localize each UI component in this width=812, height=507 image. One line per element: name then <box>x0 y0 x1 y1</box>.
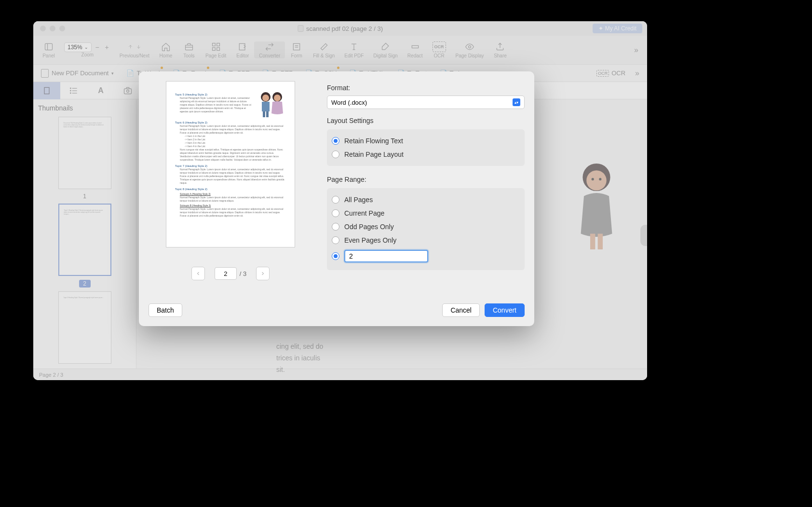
svg-rect-8 <box>294 43 300 50</box>
eye-icon <box>463 41 476 52</box>
redact-tool[interactable]: Redact <box>403 41 428 58</box>
svg-point-25 <box>599 178 601 180</box>
custom-range-input[interactable] <box>344 250 428 262</box>
batch-button[interactable]: Batch <box>149 303 182 317</box>
radio-current-page[interactable]: Current Page <box>331 206 521 220</box>
zoom-select[interactable]: 135%⌄ <box>64 42 92 52</box>
pen-icon <box>379 41 392 52</box>
converter-tool[interactable]: Converter <box>254 41 285 58</box>
secondary-overflow[interactable]: » <box>631 69 643 78</box>
annotations-tab[interactable]: A <box>87 82 114 99</box>
editpdf-tool[interactable]: Edit PDF <box>339 41 368 58</box>
svg-rect-11 <box>412 46 418 48</box>
prevnext-tool[interactable]: Previous/Next <box>115 41 154 58</box>
new-pdf-label: New PDF Document <box>52 69 108 77</box>
outline-tab[interactable] <box>60 82 87 99</box>
ocr-tool[interactable]: OCR OCR <box>428 41 451 58</box>
svg-point-12 <box>469 46 471 48</box>
digitalsign-label: Digital Sign <box>373 53 398 58</box>
redact-label: Redact <box>407 53 423 58</box>
fillsign-label: Fill & Sign <box>313 53 335 58</box>
traffic-lights <box>33 26 65 31</box>
ai-assistant-button[interactable]: 🤖 <box>640 225 647 246</box>
format-value: Word (.docx) <box>331 99 367 106</box>
page-content-text: cing elit, sed do trices in iaculis sit.… <box>276 341 334 380</box>
snapshot-tab[interactable] <box>114 82 141 99</box>
svg-rect-5 <box>212 48 215 51</box>
svg-rect-7 <box>240 43 245 50</box>
notification-dot <box>161 67 163 69</box>
converter-label: Converter <box>259 53 280 58</box>
titlebar: scanned pdf 02 (page 2 / 3) ✦ My AI Cred… <box>33 21 647 36</box>
home-icon <box>159 41 173 52</box>
minimize-window-button[interactable] <box>50 26 55 31</box>
cancel-button[interactable]: Cancel <box>442 303 480 317</box>
tools-label: Tools <box>183 53 194 58</box>
sidebar-title: Thumbnails <box>38 104 131 112</box>
svg-point-24 <box>592 178 594 180</box>
panel-tool[interactable]: Panel <box>37 41 60 58</box>
thumbnail-page-2[interactable]: Topic 5 Heading Style 2 Normal paragraph… <box>58 204 111 276</box>
editor-tool[interactable]: Editor <box>231 41 254 58</box>
svg-point-19 <box>70 93 71 94</box>
digitalsign-tool[interactable]: Digital Sign <box>368 41 403 58</box>
toolbar-overflow[interactable]: » <box>629 46 643 55</box>
page-range-label: Page Range: <box>327 176 525 183</box>
prev-page-button[interactable] <box>191 267 205 280</box>
thumbnails-tab[interactable] <box>33 82 60 99</box>
toolbox-icon <box>182 41 196 52</box>
pagedisplay-tool[interactable]: Page Display <box>451 41 489 58</box>
new-pdf-button[interactable]: New PDF Document ▾ <box>37 67 118 80</box>
page-range-group: All Pages Current Page Odd Pages Only Ev… <box>327 188 525 270</box>
panel-icon <box>42 41 55 52</box>
pageedit-tool[interactable]: Page Edit <box>201 41 231 58</box>
pagedisplay-label: Page Display <box>456 53 484 58</box>
chevron-down-icon: ⌄ <box>84 45 88 50</box>
share-tool[interactable]: Share <box>488 41 512 58</box>
radio-all-pages[interactable]: All Pages <box>331 193 521 206</box>
preview-page-input[interactable] <box>215 267 237 280</box>
select-arrows-icon: ▴▾ <box>513 98 520 106</box>
sparkle-icon: ✦ <box>598 25 603 32</box>
thumbnail-page-1[interactable]: Document Title Heading Style 1 Lorem ips… <box>58 117 111 189</box>
close-window-button[interactable] <box>40 26 46 31</box>
secondary-ocr-button[interactable]: OCROCR <box>593 68 629 79</box>
svg-rect-0 <box>45 43 53 50</box>
radio-odd-pages[interactable]: Odd Pages Only <box>331 220 521 233</box>
radio-icon <box>332 151 339 158</box>
home-tool[interactable]: Home <box>154 41 177 58</box>
ocr-icon: OCR <box>433 41 446 52</box>
radio-retain-flowing[interactable]: Retain Flowing Text <box>331 134 521 148</box>
zoom-out-button[interactable]: − <box>94 43 101 51</box>
home-label: Home <box>160 53 173 58</box>
zoom-in-button[interactable]: + <box>103 43 111 51</box>
radio-retain-page-layout[interactable]: Retain Page Layout <box>331 148 521 161</box>
ocr-label: OCR <box>433 53 444 58</box>
form-icon <box>290 41 303 52</box>
thumbnail-number-1: 1 <box>38 193 131 200</box>
edit-icon <box>236 41 249 52</box>
form-tool[interactable]: Form <box>285 41 308 58</box>
next-page-button[interactable] <box>256 267 270 280</box>
pageedit-label: Page Edit <box>205 53 226 58</box>
radio-even-pages[interactable]: Even Pages Only <box>331 233 521 247</box>
maximize-window-button[interactable] <box>59 26 65 31</box>
thumbnail-page-3[interactable]: Topic 9 Heading Style 2 Normal paragraph… <box>58 291 111 364</box>
format-select[interactable]: Word (.docx) ▴▾ <box>327 96 525 109</box>
form-label: Form <box>291 53 302 58</box>
svg-point-34 <box>274 95 281 101</box>
new-doc-icon <box>41 69 49 78</box>
radio-custom-range[interactable] <box>331 247 521 265</box>
svg-rect-13 <box>44 87 49 94</box>
share-label: Share <box>494 53 507 58</box>
zoom-label: Zoom <box>81 52 94 57</box>
fillsign-tool[interactable]: Fill & Sign <box>308 41 339 58</box>
radio-icon <box>332 137 339 145</box>
convert-dialog: Topic 5 (Heading Style 2) Normal Paragra… <box>139 71 534 326</box>
convert-button[interactable]: Convert <box>485 303 525 317</box>
radio-icon <box>332 252 339 260</box>
editor-label: Editor <box>236 53 249 58</box>
ai-credit-button[interactable]: ✦ My AI Credit <box>593 24 642 33</box>
tools-tool[interactable]: Tools <box>177 41 201 58</box>
window-title-text: scanned pdf 02 (page 2 / 3) <box>306 25 383 32</box>
